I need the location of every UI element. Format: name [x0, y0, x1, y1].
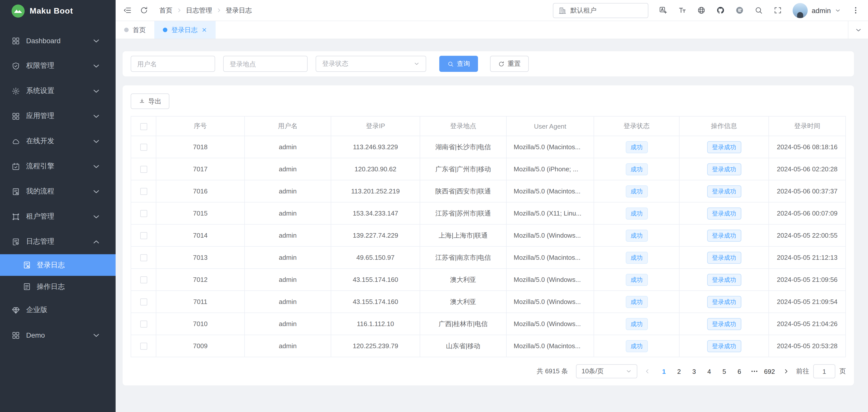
sidebar-item-2[interactable]: 系统设置: [0, 78, 116, 103]
operation-badge[interactable]: 登录成功: [707, 185, 741, 197]
chevron-right-icon: [177, 7, 182, 13]
operation-badge[interactable]: 登录成功: [707, 251, 741, 263]
breadcrumb-item[interactable]: 首页: [159, 6, 173, 15]
sidebar-item-6[interactable]: 我的流程: [0, 179, 116, 204]
cell-seq: 7014: [156, 224, 245, 247]
table-row: 7018admin113.246.93.229湖南省|长沙市|电信Mozilla…: [131, 136, 846, 158]
github-icon[interactable]: [716, 6, 725, 14]
breadcrumb-item[interactable]: 登录日志: [226, 6, 252, 15]
sidebar-item-0[interactable]: Dashboard: [0, 28, 116, 53]
export-button[interactable]: 导出: [131, 93, 169, 109]
search-icon[interactable]: [754, 6, 763, 14]
sidebar-item-3[interactable]: 应用管理: [0, 103, 116, 129]
pagination: 共 6915 条 10条/页 123456692 前往 页: [131, 364, 846, 378]
cell-user_agent: Mozilla/5.0 (Windows...: [506, 224, 594, 247]
sidebar-item-7[interactable]: 租户管理: [0, 204, 116, 229]
gitee-icon[interactable]: [735, 6, 744, 14]
status-badge: 成功: [625, 207, 648, 219]
row-checkbox[interactable]: [140, 343, 147, 350]
globe-icon[interactable]: [697, 6, 706, 14]
operation-badge[interactable]: 登录成功: [707, 340, 741, 352]
sidebar-subitem-label: 登录日志: [37, 260, 116, 270]
row-select-cell: [131, 247, 156, 268]
sidebar-item-4[interactable]: 在线开发: [0, 129, 116, 154]
sidebar-item-9[interactable]: 企业版: [0, 297, 116, 323]
page-number[interactable]: 5: [718, 364, 731, 378]
breadcrumb-item[interactable]: 日志管理: [186, 6, 212, 15]
operation-badge[interactable]: 登录成功: [707, 318, 741, 330]
page-number[interactable]: 1: [657, 364, 671, 378]
user-menu[interactable]: admin: [793, 3, 841, 18]
more-menu-icon[interactable]: [851, 6, 860, 14]
login-status-select[interactable]: 登录状态: [316, 56, 426, 72]
menu-fold-icon[interactable]: [123, 6, 132, 14]
user-name: admin: [812, 6, 831, 14]
cell-time: 2024-05-06 00:07:09: [769, 202, 846, 224]
tab-1[interactable]: 登录日志: [154, 21, 216, 39]
chevron-right-icon: [216, 7, 222, 13]
content: 登录状态 查询 重置 导出: [116, 39, 868, 412]
page-number[interactable]: 2: [673, 364, 686, 378]
login-status-select-placeholder: 登录状态: [322, 59, 414, 68]
cell-operation: 登录成功: [679, 224, 769, 247]
reset-button[interactable]: 重置: [490, 56, 529, 72]
column-header-label: 序号: [194, 122, 207, 130]
page-number[interactable]: 6: [733, 364, 746, 378]
cell-seq: 7018: [156, 136, 245, 158]
operation-badge[interactable]: 登录成功: [707, 296, 741, 308]
sidebar-item-10[interactable]: Demo: [0, 323, 116, 348]
cell-user_agent: Mozilla/5.0 (Macintos...: [506, 335, 594, 357]
page-number[interactable]: 3: [688, 364, 701, 378]
prev-page-button[interactable]: [644, 368, 650, 374]
search-icon: [447, 61, 454, 67]
tabs-dropdown-button[interactable]: [848, 21, 868, 39]
page-ellipsis-icon[interactable]: [748, 367, 761, 375]
tenant-select[interactable]: 默认租户: [553, 3, 648, 18]
goto-page-input[interactable]: [813, 364, 835, 378]
app-title: Maku Boot: [30, 6, 73, 15]
row-checkbox[interactable]: [140, 144, 147, 151]
translate-icon[interactable]: [659, 6, 668, 14]
row-checkbox[interactable]: [140, 166, 147, 173]
tab-close-icon[interactable]: [202, 27, 207, 33]
sidebar-item-5[interactable]: 流程引擎: [0, 154, 116, 179]
refresh-icon[interactable]: [140, 6, 148, 14]
cell-ip: 113.246.93.229: [331, 136, 420, 158]
pagination-total: 共 6915 条: [537, 367, 568, 376]
sidebar-subitem-8-0[interactable]: 登录日志: [0, 254, 116, 276]
app-logo[interactable]: Maku Boot: [0, 0, 116, 22]
search-button[interactable]: 查询: [439, 56, 478, 72]
row-checkbox[interactable]: [140, 188, 147, 195]
cell-time: 2024-05-05 20:53:28: [769, 335, 846, 357]
cell-status: 成功: [594, 247, 679, 268]
select-all-checkbox[interactable]: [140, 123, 147, 130]
tab-0[interactable]: 首页: [116, 21, 154, 39]
sidebar-subitem-8-1[interactable]: 操作日志: [0, 276, 116, 297]
row-checkbox[interactable]: [140, 321, 147, 328]
operation-badge[interactable]: 登录成功: [707, 163, 741, 175]
row-checkbox[interactable]: [140, 232, 147, 240]
row-checkbox[interactable]: [140, 277, 147, 284]
diamond-icon: [11, 306, 20, 314]
operation-badge[interactable]: 登录成功: [707, 207, 741, 219]
tab-dot: [124, 28, 129, 32]
reset-button-label: 重置: [508, 59, 521, 68]
operation-badge[interactable]: 登录成功: [707, 141, 741, 153]
username-input[interactable]: [131, 56, 215, 72]
row-checkbox[interactable]: [140, 254, 147, 261]
page-number[interactable]: 692: [763, 364, 776, 378]
next-page-button[interactable]: [783, 368, 789, 374]
cell-user_agent: Mozilla/5.0 (Windows...: [506, 268, 594, 291]
location-input[interactable]: [223, 56, 308, 72]
page-size-select[interactable]: 10条/页: [576, 364, 637, 378]
operation-badge[interactable]: 登录成功: [707, 274, 741, 286]
page-number[interactable]: 4: [703, 364, 716, 378]
operation-badge[interactable]: 登录成功: [707, 229, 741, 242]
fullscreen-icon[interactable]: [774, 6, 782, 14]
sidebar-item-1[interactable]: 权限管理: [0, 53, 116, 78]
cell-location: 广东省|广州市|移动: [420, 158, 506, 180]
row-checkbox[interactable]: [140, 210, 147, 217]
sidebar-item-8[interactable]: 日志管理: [0, 229, 116, 254]
font-size-icon[interactable]: [678, 6, 687, 14]
row-checkbox[interactable]: [140, 299, 147, 306]
